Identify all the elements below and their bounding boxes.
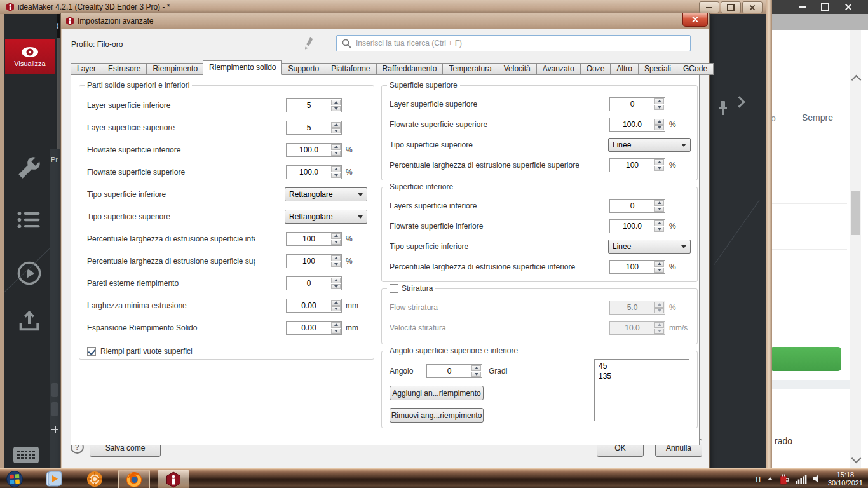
number-input[interactable]: 5	[286, 98, 342, 112]
spin-up-button[interactable]	[331, 122, 341, 128]
number-input[interactable]: 100.0	[609, 219, 665, 233]
dropdown[interactable]: Linee	[608, 240, 691, 254]
clock[interactable]: 15:18 30/10/2021	[828, 471, 863, 487]
number-input[interactable]: 0	[286, 276, 342, 290]
show-hidden-icons-button[interactable]	[768, 475, 773, 480]
stiratura-checkbox[interactable]	[390, 284, 398, 293]
start-button[interactable]	[6, 471, 23, 487]
orange-wheel-app-icon[interactable]	[86, 471, 103, 487]
play-circle-icon[interactable]	[17, 261, 42, 286]
spin-down-button[interactable]	[331, 106, 341, 112]
upload-icon[interactable]	[17, 308, 42, 334]
spin-down-button[interactable]	[654, 308, 664, 314]
remove-angle-button[interactable]: Rimuovi ang...riempimento	[390, 408, 484, 423]
spin-down-button[interactable]	[331, 240, 341, 245]
spin-up-button[interactable]	[471, 365, 481, 371]
spin-down-button[interactable]	[654, 125, 664, 131]
maximize-button[interactable]	[721, 1, 741, 13]
scroll-up-icon[interactable]	[851, 75, 862, 85]
dropdown[interactable]: Rettangolare	[285, 210, 367, 224]
number-input[interactable]: 100.0	[286, 143, 342, 157]
number-input[interactable]: 100.0	[286, 165, 342, 179]
dropdown[interactable]: Rettangolare	[285, 187, 367, 201]
sidebar-item-visualizza[interactable]: Visualizza	[5, 39, 55, 74]
number-input[interactable]: 100	[609, 260, 665, 274]
spin-down-button[interactable]	[471, 372, 481, 377]
spin-up-button[interactable]	[654, 159, 664, 165]
plus-icon[interactable]	[51, 426, 58, 433]
scroll-down-icon[interactable]	[851, 454, 862, 464]
spin-up-button[interactable]	[331, 300, 341, 306]
green-action-button[interactable]	[770, 347, 841, 371]
spin-up-button[interactable]	[331, 278, 341, 283]
search-input[interactable]: Inserisci la tua ricerca (Ctrl + F)	[336, 35, 691, 51]
sempre-link[interactable]: Sempre	[802, 112, 833, 123]
number-input[interactable]: 100.0	[609, 118, 665, 132]
minimize-button[interactable]	[794, 2, 811, 12]
scrollbar[interactable]	[850, 30, 861, 468]
spin-up-button[interactable]	[331, 233, 341, 239]
spin-up-button[interactable]	[654, 302, 664, 308]
spin-up-button[interactable]	[654, 261, 664, 267]
keyboard-icon[interactable]	[13, 446, 39, 464]
close-button[interactable]	[840, 2, 857, 12]
spin-down-button[interactable]	[331, 151, 341, 156]
spin-up-button[interactable]	[331, 322, 341, 328]
spin-down-button[interactable]	[654, 227, 664, 233]
spin-up-button[interactable]	[331, 166, 341, 172]
spin-down-button[interactable]	[331, 284, 341, 290]
tab-riempimento-solido[interactable]: Riempimento solido	[203, 60, 282, 75]
tab-raffreddamento[interactable]: Raffreddamento	[376, 63, 443, 75]
spin-up-button[interactable]	[331, 255, 341, 261]
ideamaker-taskbar-button[interactable]	[158, 470, 189, 488]
tab-ooze[interactable]: Ooze	[580, 63, 611, 75]
add-angle-button[interactable]: Aggiungi an...riempimento	[390, 386, 484, 400]
spin-up-button[interactable]	[654, 98, 664, 104]
checkbox[interactable]	[87, 347, 96, 356]
number-input[interactable]: 100	[286, 232, 342, 246]
number-input[interactable]: 0	[609, 199, 665, 213]
number-input[interactable]: 5	[286, 121, 342, 135]
angle-list-item[interactable]: 135	[599, 371, 685, 381]
list-icon[interactable]	[17, 210, 41, 230]
tab-gcode[interactable]: GCode	[677, 63, 714, 75]
number-input[interactable]: 5.0	[609, 301, 665, 315]
tab-piattaforme[interactable]: Piattaforme	[325, 63, 376, 75]
power-plug-icon[interactable]	[778, 473, 790, 485]
network-signal-icon[interactable]	[796, 474, 807, 484]
spin-down-button[interactable]	[331, 329, 341, 334]
spin-up-button[interactable]	[654, 220, 664, 226]
dropdown[interactable]: Linee	[608, 138, 691, 152]
number-input[interactable]: 10.0	[609, 321, 665, 335]
number-input[interactable]: 0	[609, 97, 665, 111]
tab-velocità[interactable]: Velocità	[498, 63, 536, 75]
spin-up-button[interactable]	[654, 200, 664, 206]
spin-up-button[interactable]	[331, 144, 341, 150]
number-input[interactable]: 0.00	[286, 299, 342, 313]
angle-input[interactable]: 0	[426, 364, 482, 378]
angle-list-item[interactable]: 45	[599, 361, 685, 371]
tab-layer[interactable]: Layer	[71, 63, 102, 75]
spin-up-button[interactable]	[654, 119, 664, 125]
pin-icon[interactable]	[715, 100, 730, 116]
tab-altro[interactable]: Altro	[610, 63, 638, 75]
spin-down-button[interactable]	[654, 268, 664, 273]
spin-down-button[interactable]	[654, 105, 664, 111]
tab-avanzato[interactable]: Avanzato	[536, 63, 580, 75]
tab-speciali[interactable]: Speciali	[638, 63, 677, 75]
language-indicator[interactable]: IT	[756, 475, 762, 483]
number-input[interactable]: 0.00	[286, 321, 342, 335]
tab-supporto[interactable]: Supporto	[281, 63, 325, 75]
number-input[interactable]: 100	[609, 158, 665, 172]
spin-up-button[interactable]	[331, 100, 341, 105]
tab-temperatura[interactable]: Temperatura	[442, 63, 497, 75]
spin-up-button[interactable]	[654, 322, 664, 328]
spin-down-button[interactable]	[331, 128, 341, 134]
maximize-button[interactable]	[817, 2, 833, 12]
spin-down-button[interactable]	[331, 306, 341, 312]
dialog-titlebar[interactable]: Impostazioni avanzate	[61, 13, 709, 29]
spin-down-button[interactable]	[654, 207, 664, 212]
tab-estrusore[interactable]: Estrusore	[102, 63, 146, 75]
media-player-icon[interactable]	[46, 471, 62, 487]
edit-pencil-icon[interactable]	[302, 36, 315, 50]
